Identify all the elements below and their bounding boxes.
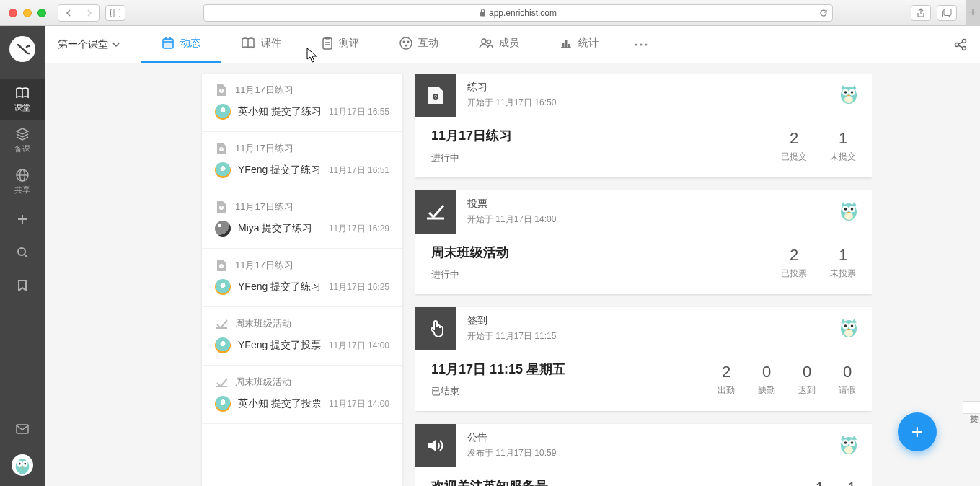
svg-rect-2 [480,12,485,17]
sidebar-toggle-button[interactable] [105,5,125,21]
card-subtitle: 开始于 11月17日 11:15 [467,330,826,343]
stat-label: 未投票 [830,268,856,280]
share-button[interactable] [911,5,931,21]
svg-point-15 [19,463,21,465]
more-button[interactable] [626,43,656,46]
tab-label: 统计 [578,37,599,50]
tab-share-circle[interactable]: 互动 [379,26,459,63]
card-status: 进行中 [431,268,509,281]
tab-calendar[interactable]: 动态 [141,26,221,63]
app-logo[interactable] [9,36,35,62]
card-title: 11月17日 11:15 星期五 [431,361,565,378]
fab-add-button[interactable]: + [898,412,937,451]
rail-item-book[interactable]: 课堂 [0,79,45,120]
feed-text: 英小知 提交了投票 [238,397,322,410]
svg-text:?: ? [221,206,223,210]
tab-book-open[interactable]: 课件 [221,26,301,63]
forward-button[interactable] [79,5,99,21]
svg-point-65 [844,208,847,211]
search-button[interactable] [0,236,45,269]
doc-icon: ? [215,142,228,155]
left-rail: 课堂备课共享 [0,26,45,486]
svg-line-42 [958,45,963,48]
bar-chart-icon [560,37,573,49]
tab-label: 成员 [499,37,519,50]
card-subtitle: 开始于 11月17日 14:00 [467,213,826,226]
new-tab-button[interactable]: + [966,0,980,26]
stat: 0请假 [839,363,856,397]
stat: 1未提交 [830,129,856,163]
close-window-button[interactable] [9,9,17,17]
address-bar[interactable]: app.enrichist.com [203,4,833,22]
user-avatar[interactable] [12,454,33,476]
feed-item[interactable]: ? 11月17日练习 YFeng 提交了练习 11月17日 16:51 [202,132,402,190]
cards-column[interactable]: ? 练习 开始于 11月17日 16:50 11月17日练习 进行中 2已提交1… [415,74,872,486]
svg-point-30 [487,40,491,44]
stat: 2出勤 [718,363,735,397]
tab-bar-chart[interactable]: 统计 [539,26,619,63]
svg-point-26 [403,41,405,43]
owl-icon [837,199,860,222]
browser-toolbar: app.enrichist.com + [0,0,980,26]
tab-people[interactable]: 成员 [459,26,539,63]
feed-time: 11月17日 16:51 [329,164,389,177]
stack-icon [15,128,30,141]
activity-card[interactable]: 投票 开始于 11月17日 14:00 周末班级活动 进行中 2已投票1未投票 [415,190,872,294]
stat-number: 1 [830,129,856,148]
feed-head-text: 11月17日练习 [235,142,293,155]
svg-point-28 [405,45,407,47]
maximize-window-button[interactable] [37,9,46,17]
svg-point-78 [851,441,854,444]
feed-head-text: 11月17日练习 [235,259,293,272]
calendar-icon [162,37,175,50]
activity-card[interactable]: 公告 发布于 11月17日 10:59 欢迎关注英知服务号 11 [415,424,872,486]
feed-item[interactable]: ? 11月17日练习 YFeng 提交了练习 11月17日 16:25 [202,249,402,307]
activity-card[interactable]: 签到 开始于 11月17日 11:15 11月17日 11:15 星期五 已结束… [415,307,872,411]
bookmark-button[interactable] [0,269,45,302]
share-icon[interactable] [954,38,967,51]
stat-label: 未提交 [830,151,856,163]
feed-item[interactable]: ? 11月17日练习 英小知 提交了练习 11月17日 16:55 [202,74,402,132]
class-selector[interactable]: 第一个课堂 [58,38,120,51]
svg-point-58 [844,91,847,94]
stat-number: 1 [830,246,856,265]
tab-label: 测评 [339,37,359,50]
lock-icon [480,9,486,17]
activity-feed[interactable]: ? 11月17日练习 英小知 提交了练习 11月17日 16:55 ? 11月1… [202,74,402,486]
globe-icon [16,169,29,182]
user-avatar-small [215,104,231,120]
stat: 1未投票 [830,246,856,280]
stat-label: 缺勤 [758,384,775,397]
support-tab[interactable]: 支持 [963,401,980,414]
mail-button[interactable] [0,412,45,446]
feed-item[interactable]: 周末班级活动 英小知 提交了投票 11月17日 14:00 [202,366,402,424]
book-open-icon [241,37,255,49]
stat-number: 0 [839,363,856,381]
feed-time: 11月17日 14:00 [329,340,389,352]
svg-point-39 [955,43,959,46]
stat-number: 1 [816,479,824,486]
minimize-window-button[interactable] [23,9,32,17]
stat-number: 2 [718,363,735,381]
activity-card[interactable]: ? 练习 开始于 11月17日 16:50 11月17日练习 进行中 2已提交1… [415,74,872,177]
add-button[interactable] [0,203,45,236]
back-button[interactable] [58,5,79,21]
vote-icon [215,376,228,389]
feed-item[interactable]: 周末班级活动 YFeng 提交了投票 11月17日 14:00 [202,307,402,366]
rail-label: 共享 [14,185,30,195]
feed-time: 11月17日 16:55 [329,106,389,118]
feed-head-text: 周末班级活动 [235,376,291,389]
card-subtitle: 开始于 11月17日 16:50 [467,97,826,109]
reload-icon[interactable] [819,9,828,17]
card-type: 投票 [467,198,826,211]
rail-item-stack[interactable]: 备课 [0,120,45,162]
tabs-button[interactable] [937,5,957,21]
svg-rect-0 [111,9,120,17]
rail-item-globe[interactable]: 共享 [0,162,45,203]
feed-item[interactable]: ? 11月17日练习 Miya 提交了练习 11月17日 16:29 [202,190,402,249]
svg-line-9 [25,255,27,257]
svg-rect-32 [562,43,565,48]
stat-number: 1 [847,479,856,486]
svg-line-41 [958,42,963,44]
tab-clipboard[interactable]: 测评 [301,26,379,63]
